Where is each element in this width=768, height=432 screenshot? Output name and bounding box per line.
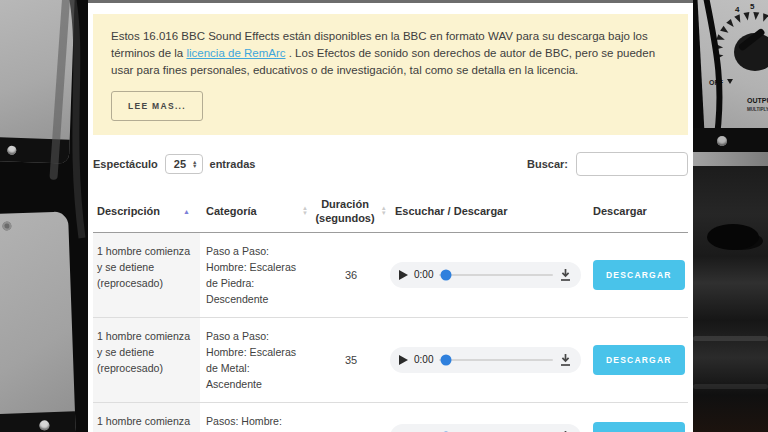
dial-number: 4 (735, 5, 740, 14)
dial-number: 5 (750, 2, 755, 11)
cable (58, 0, 88, 240)
column-header-label: Descripción (97, 205, 160, 217)
download-cell: DESCARGAR (588, 318, 688, 402)
download-icon[interactable] (559, 353, 572, 367)
table-controls: Espectáculo 25 ▲▼ entradas Buscar: (93, 152, 688, 176)
duration-cell: 36 (312, 233, 390, 317)
category-cell: Pasos: Hombre: Escaleras de metal: Desce… (200, 403, 312, 432)
page-size-label-after: entradas (210, 158, 256, 170)
play-icon[interactable] (399, 270, 408, 280)
page: 4 5 OFF OUTPUT MULTIPLY Estos 16.016 BBC… (0, 0, 768, 432)
descargar-button[interactable]: DESCARGAR (593, 422, 685, 432)
descargar-button[interactable]: DESCARGAR (593, 260, 685, 290)
column-header-label: Escuchar / Descargar (395, 205, 508, 217)
page-size-control: Espectáculo 25 ▲▼ entradas (93, 154, 255, 174)
screw-icon (39, 420, 49, 430)
column-header-duration[interactable]: Duración(segundos) ▲▼ (312, 197, 390, 225)
player-time: 0:00 (414, 267, 433, 283)
off-pointer-icon (727, 79, 733, 84)
light-streak (693, 336, 768, 341)
select-stepper-icon: ▲▼ (192, 160, 197, 169)
column-header-label: Duración(segundos) (315, 197, 374, 225)
sort-ascending-icon: ▲ (183, 208, 190, 215)
coiled-cable (707, 224, 759, 250)
read-more-button[interactable]: LEE MAS... (111, 91, 203, 121)
slider-thumb[interactable] (441, 355, 452, 366)
column-header-download: Descargar (588, 205, 688, 217)
description-cell: 1 hombre comienza y se detiene (reproces… (93, 318, 200, 402)
column-header-category[interactable]: Categoría ▲▼ (200, 205, 312, 217)
notice-banner: Estos 16.016 BBC Sound Effects están dis… (93, 14, 688, 135)
page-size-label-before: Espectáculo (93, 158, 158, 170)
download-icon[interactable] (559, 268, 572, 282)
table-row: 1 hombre comienza y se detiene (reproces… (93, 233, 688, 318)
page-size-select[interactable]: 25 ▲▼ (165, 154, 203, 174)
column-header-description[interactable]: Descripción ▲ (93, 205, 200, 217)
top-divider (88, 0, 693, 3)
screw-icon (7, 146, 16, 155)
column-header-label: Descargar (593, 205, 647, 217)
screw-icon (2, 221, 11, 230)
main-content: Estos 16.016 BBC Sound Effects están dis… (88, 0, 693, 432)
sound-effects-table: Descripción ▲ Categoría ▲▼ Duración(segu… (93, 190, 688, 432)
seek-slider[interactable] (439, 274, 553, 276)
background-photo-left (0, 0, 88, 432)
multiply-label: MULTIPLY (747, 107, 768, 112)
panel-base-band (693, 128, 768, 152)
remarc-licence-link[interactable]: licencia de RemArc (186, 47, 285, 59)
download-cell: DESCARGAR (588, 233, 688, 317)
table-header-row: Descripción ▲ Categoría ▲▼ Duración(segu… (93, 190, 688, 233)
search-label: Buscar: (527, 158, 568, 170)
seek-slider[interactable] (439, 359, 553, 361)
table-surface (693, 166, 768, 432)
speaker-device-bottom (0, 211, 76, 432)
listen-cell: 0:00 (390, 233, 588, 317)
sort-both-icon: ▲▼ (302, 206, 308, 216)
screw-icon (717, 136, 727, 146)
description-cell: 1 hombre comienza y se detiene (reproces… (93, 403, 200, 432)
listen-cell: 0:00 (390, 318, 588, 402)
search-input[interactable] (576, 152, 688, 176)
table-row: 1 hombre comienza y se detiene (reproces… (93, 318, 688, 403)
table-row: 1 hombre comienza y se detiene (reproces… (93, 403, 688, 432)
slider-thumb[interactable] (441, 270, 452, 281)
duration-cell: 34 (312, 403, 390, 432)
audio-player: 0:00 (390, 347, 581, 373)
descargar-button[interactable]: DESCARGAR (593, 345, 685, 375)
column-header-listen-download: Escuchar / Descargar (390, 205, 588, 217)
notice-text: Estos 16.016 BBC Sound Effects están dis… (111, 28, 670, 79)
listen-cell: 0:00 (390, 403, 588, 432)
output-label: OUTPUT (747, 97, 768, 104)
sort-both-icon: ▲▼ (381, 206, 387, 216)
page-size-value: 25 (174, 158, 186, 170)
category-cell: Paso a Paso: Hombre: Escaleras de Piedra… (200, 233, 312, 317)
audio-player: 0:00 (390, 262, 581, 288)
column-header-label: Categoría (206, 205, 257, 217)
audio-player: 0:00 (390, 424, 581, 432)
play-icon[interactable] (399, 355, 408, 365)
search-control: Buscar: (527, 152, 688, 176)
shelf-edge (693, 152, 768, 166)
background-photo-right: 4 5 OFF OUTPUT MULTIPLY (693, 0, 768, 432)
download-cell: DESCARGAR (588, 403, 688, 432)
light-streak (693, 384, 768, 389)
description-cell: 1 hombre comienza y se detiene (reproces… (93, 233, 200, 317)
player-time: 0:00 (414, 352, 433, 368)
duration-cell: 35 (312, 318, 390, 402)
category-cell: Paso a Paso: Hombre: Escaleras de Metal:… (200, 318, 312, 402)
